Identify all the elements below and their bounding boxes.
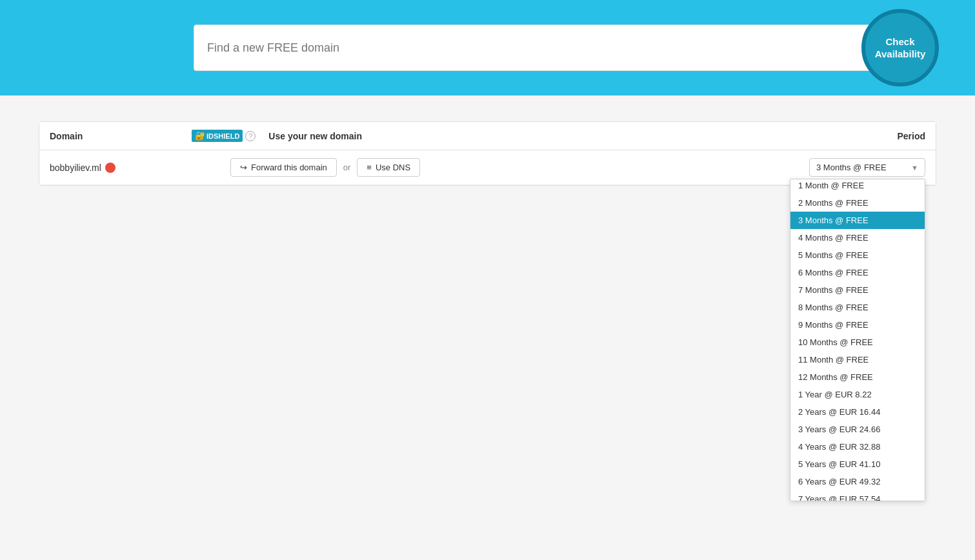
col-use-domain-header: Use your new domain bbox=[268, 131, 783, 141]
col-idshield-header: 🔐 IDSHIELD ? bbox=[192, 130, 256, 142]
dns-icon: ≡ bbox=[367, 163, 372, 172]
table-header: Domain 🔐 IDSHIELD ? Use your new domain … bbox=[39, 122, 936, 150]
dropdown-option[interactable]: 7 Months @ FREE bbox=[790, 281, 925, 299]
idshield-badge: 🔐 IDSHIELD bbox=[192, 130, 243, 142]
dropdown-option[interactable]: 6 Months @ FREE bbox=[790, 264, 925, 281]
dropdown-option[interactable]: 5 Years @ EUR 41.10 bbox=[790, 455, 925, 473]
check-availability-button[interactable]: Check Availability bbox=[861, 9, 939, 86]
check-btn-line1: Check bbox=[885, 35, 914, 48]
dropdown-option[interactable]: 3 Years @ EUR 24.66 bbox=[790, 421, 925, 438]
dropdown-option[interactable]: 9 Months @ FREE bbox=[790, 316, 925, 334]
search-input[interactable] bbox=[207, 41, 910, 55]
help-icon[interactable]: ? bbox=[245, 131, 256, 141]
or-separator: or bbox=[343, 163, 351, 172]
dropdown-option[interactable]: 11 Month @ FREE bbox=[790, 351, 925, 368]
dropdown-option[interactable]: 8 Months @ FREE bbox=[790, 299, 925, 316]
dropdown-option[interactable]: 4 Months @ FREE bbox=[790, 229, 925, 246]
check-btn-line2: Availability bbox=[875, 48, 926, 61]
domain-name: bobbyiliev.ml bbox=[50, 163, 192, 173]
dropdown-option[interactable]: 4 Years @ EUR 32.88 bbox=[790, 438, 925, 455]
forward-btn-label: Forward this domain bbox=[251, 163, 327, 172]
idshield-label: IDSHIELD bbox=[206, 132, 239, 140]
dropdown-option[interactable]: 7 Years @ EUR 57.54 bbox=[790, 490, 925, 501]
selected-period-text: 3 Months @ FREE bbox=[816, 163, 887, 172]
dropdown-arrow-icon: ▼ bbox=[911, 164, 918, 172]
dropdown-option[interactable]: 2 Years @ EUR 16.44 bbox=[790, 403, 925, 421]
use-dns-button[interactable]: ≡ Use DNS bbox=[357, 158, 420, 177]
dropdown-option[interactable]: 12 Months @ FREE bbox=[790, 368, 925, 386]
dropdown-option[interactable]: 2 Months @ FREE bbox=[790, 194, 925, 212]
col-period-header: Period bbox=[783, 131, 925, 141]
domain-table: Domain 🔐 IDSHIELD ? Use your new domain … bbox=[39, 121, 936, 186]
search-box bbox=[194, 25, 923, 71]
forward-icon: ↪ bbox=[240, 163, 247, 172]
domain-actions: ↪ Forward this domain or ≡ Use DNS bbox=[230, 158, 783, 177]
use-dns-label: Use DNS bbox=[376, 163, 410, 172]
dropdown-option[interactable]: 10 Months @ FREE bbox=[790, 334, 925, 351]
col-domain-header: Domain bbox=[50, 131, 192, 141]
period-select-display[interactable]: 3 Months @ FREE ▼ bbox=[809, 158, 925, 177]
header-bar: Check Availability bbox=[0, 0, 975, 95]
forward-domain-button[interactable]: ↪ Forward this domain bbox=[230, 158, 337, 177]
domain-text: bobbyiliev.ml bbox=[50, 163, 101, 173]
shield-icon: 🔐 bbox=[195, 131, 205, 141]
dropdown-option[interactable]: 1 Month @ FREE bbox=[790, 179, 925, 194]
domain-status-indicator bbox=[105, 163, 116, 173]
dropdown-option[interactable]: 3 Months @ FREE bbox=[790, 212, 925, 229]
dropdown-option[interactable]: 5 Months @ FREE bbox=[790, 246, 925, 264]
period-dropdown-list[interactable]: 1 Month @ FREE2 Months @ FREE3 Months @ … bbox=[790, 179, 925, 501]
period-area: 3 Months @ FREE ▼ 1 Month @ FREE2 Months… bbox=[783, 158, 925, 177]
table-row: bobbyiliev.ml ↪ Forward this domain or ≡… bbox=[39, 150, 936, 185]
dropdown-option[interactable]: 1 Year @ EUR 8.22 bbox=[790, 386, 925, 403]
dropdown-option[interactable]: 6 Years @ EUR 49.32 bbox=[790, 473, 925, 490]
